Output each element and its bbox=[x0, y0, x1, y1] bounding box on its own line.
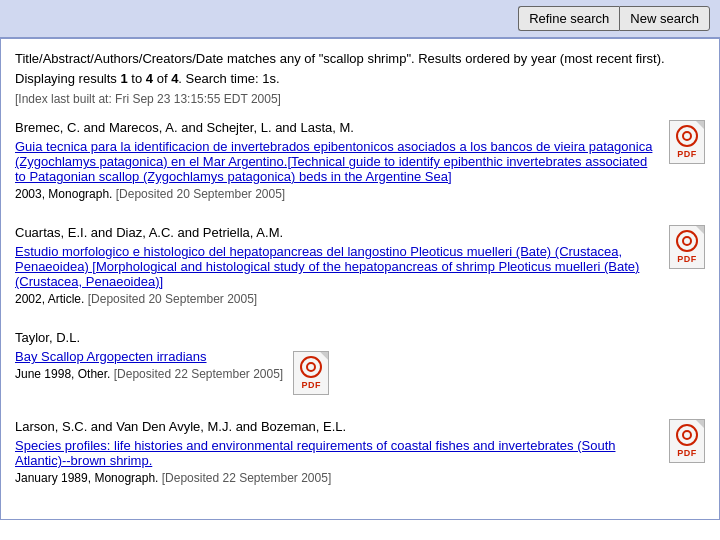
result-title-link[interactable]: Species profiles: life histories and env… bbox=[15, 438, 615, 468]
summary-line1: Title/Abstract/Authors/Creators/Date mat… bbox=[15, 51, 665, 66]
result-row: Bremec, C. and Marecos, A. and Schejter,… bbox=[15, 120, 705, 201]
result-row: Larson, S.C. and Van Den Avyle, M.J. and… bbox=[15, 419, 705, 485]
results-content: Title/Abstract/Authors/Creators/Date mat… bbox=[0, 38, 720, 520]
result-meta: June 1998, Other. [Deposited 22 Septembe… bbox=[15, 367, 283, 381]
result-title-link[interactable]: Bay Scallop Argopecten irradians bbox=[15, 349, 207, 364]
result-text: Cuartas, E.I. and Diaz, A.C. and Petriel… bbox=[15, 225, 659, 306]
result-item: Cuartas, E.I. and Diaz, A.C. and Petriel… bbox=[15, 225, 705, 310]
authors: Cuartas, E.I. and Diaz, A.C. and Petriel… bbox=[15, 225, 659, 240]
results-list: Bremec, C. and Marecos, A. and Schejter,… bbox=[15, 120, 705, 489]
index-info: [Index last built at: Fri Sep 23 13:15:5… bbox=[15, 92, 705, 106]
result-item: Bremec, C. and Marecos, A. and Schejter,… bbox=[15, 120, 705, 205]
deposited-date: [Deposited 22 September 2005] bbox=[162, 471, 331, 485]
pdf-icon[interactable]: PDF bbox=[669, 225, 705, 269]
deposited-date: [Deposited 22 September 2005] bbox=[114, 367, 283, 381]
pdf-icon[interactable]: PDF bbox=[293, 351, 329, 395]
result-text: Bremec, C. and Marecos, A. and Schejter,… bbox=[15, 120, 659, 201]
refine-search-button[interactable]: Refine search bbox=[518, 6, 619, 31]
header-bar: Refine search New search bbox=[0, 0, 720, 38]
result-meta: 2003, Monograph. [Deposited 20 September… bbox=[15, 187, 659, 201]
authors: Bremec, C. and Marecos, A. and Schejter,… bbox=[15, 120, 659, 135]
authors: Taylor, D.L. bbox=[15, 330, 705, 345]
result-row: Cuartas, E.I. and Diaz, A.C. and Petriel… bbox=[15, 225, 705, 306]
result-text: Taylor, D.L. Bay Scallop Argopecten irra… bbox=[15, 330, 705, 395]
result-text: Larson, S.C. and Van Den Avyle, M.J. and… bbox=[15, 419, 659, 485]
result-title-link[interactable]: Guia tecnica para la identificacion de i… bbox=[15, 139, 652, 184]
new-search-button[interactable]: New search bbox=[619, 6, 710, 31]
result-item: Taylor, D.L. Bay Scallop Argopecten irra… bbox=[15, 330, 705, 399]
pdf-icon[interactable]: PDF bbox=[669, 419, 705, 463]
result-row: Taylor, D.L. Bay Scallop Argopecten irra… bbox=[15, 330, 705, 395]
summary-displaying: Displaying results 1 to 4 of 4. Search t… bbox=[15, 71, 280, 86]
authors: Larson, S.C. and Van Den Avyle, M.J. and… bbox=[15, 419, 659, 434]
result-meta: January 1989, Monograph. [Deposited 22 S… bbox=[15, 471, 659, 485]
result-title-link[interactable]: Estudio morfologico e histologico del he… bbox=[15, 244, 639, 289]
deposited-date: [Deposited 20 September 2005] bbox=[116, 187, 285, 201]
result-meta: 2002, Article. [Deposited 20 September 2… bbox=[15, 292, 659, 306]
summary-text: Title/Abstract/Authors/Creators/Date mat… bbox=[15, 49, 705, 88]
pdf-icon[interactable]: PDF bbox=[669, 120, 705, 164]
result-item: Larson, S.C. and Van Den Avyle, M.J. and… bbox=[15, 419, 705, 489]
deposited-date: [Deposited 20 September 2005] bbox=[88, 292, 257, 306]
